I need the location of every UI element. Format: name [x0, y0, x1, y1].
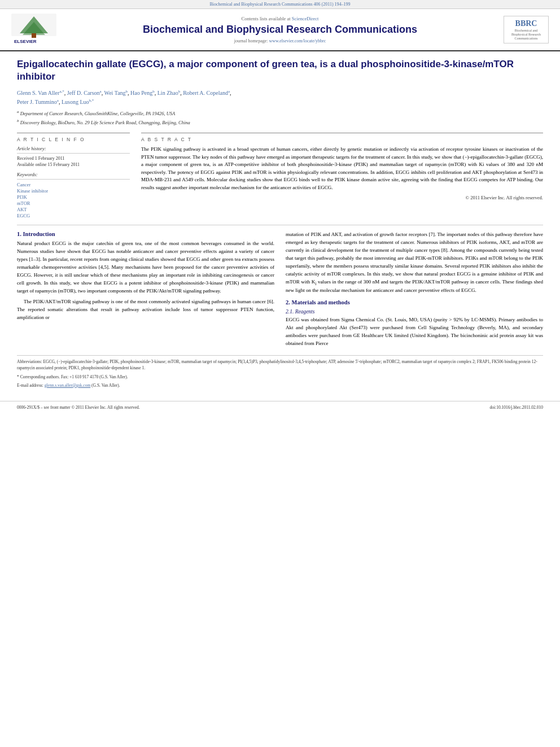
body-col-right: mutation of PI3K and AKT, and activation… — [286, 231, 543, 351]
affiliation-a: a Department of Cancer Research, GlaxoSm… — [17, 110, 543, 117]
elsevier-logo: ELSEVIER — [11, 14, 56, 46]
svg-text:ELSEVIER: ELSEVIER — [14, 39, 37, 44]
article-info-label: A R T I C L E I N F O — [17, 137, 130, 142]
affiliation-b: b Discovery Biology, BioDuro, No. 29 Lif… — [17, 119, 543, 126]
reagents-text: EGCG was obtained from Sigma Chemical Co… — [286, 316, 543, 348]
keyword-akt: AKT — [17, 207, 130, 212]
author-van-aller: Glenn S. Van Aller — [17, 90, 59, 97]
keyword-pi3k: PI3K — [17, 194, 130, 200]
methods-heading: 2. Materials and methods — [286, 299, 543, 305]
journal-top-bar: Biochemical and Biophysical Research Com… — [0, 0, 560, 9]
received-date: Received 1 February 2011 — [17, 156, 130, 161]
journal-homepage: journal homepage: www.elsevier.com/locat… — [65, 38, 495, 43]
issn-copyright: 0006-291X/$ – see front matter © 2011 El… — [17, 405, 140, 410]
main-content: Epigallocatechin gallate (EGCG), a major… — [0, 51, 560, 395]
article-info-column: A R T I C L E I N F O Article history: R… — [17, 133, 130, 219]
journal-header: ELSEVIER Contents lists available at Sci… — [0, 9, 560, 51]
author-tummino: Peter J. Tummino — [17, 99, 57, 105]
article-title: Epigallocatechin gallate (EGCG), a major… — [17, 58, 543, 83]
author-luo: Lusong Luo — [62, 99, 89, 105]
email-line: E-mail address: glenn.s.van.aller@gsk.co… — [17, 382, 543, 388]
keyword-egcg: EGCG — [17, 213, 130, 219]
reagents-subheading: 2.1. Reagents — [286, 309, 543, 314]
abstract-label: A B S T R A C T — [141, 137, 543, 142]
keywords-label: Keywords: — [17, 172, 130, 180]
intro-heading: 1. Introduction — [17, 231, 274, 237]
journal-title-center: Contents lists available at ScienceDirec… — [65, 16, 495, 43]
author-tang: Wei Tang — [104, 90, 126, 97]
abbreviations: Abbreviations: EGCG, (−)-epigallocatechi… — [17, 359, 543, 372]
abstract-text: The PI3K signaling pathway is activated … — [141, 146, 543, 191]
keyword-kinase-inhibitor: Kinase inhibitor — [17, 188, 130, 194]
author-carson: Jeff D. Carson — [67, 90, 100, 97]
body-content: 1. Introduction Natural product EGCG is … — [17, 231, 543, 351]
intro-para-3: mutation of PI3K and AKT, and activation… — [286, 231, 543, 295]
journal-name: Biochemical and Biophysical Research Com… — [65, 24, 495, 36]
keywords-section: Keywords: Cancer Kinase inhibitor PI3K m… — [17, 172, 130, 219]
abstract-column: A B S T R A C T The PI3K signaling pathw… — [141, 133, 543, 219]
email-label: E-mail address: — [17, 383, 43, 388]
reagents-para: EGCG was obtained from Sigma Chemical Co… — [286, 316, 543, 348]
keyword-mtor: mTOR — [17, 200, 130, 206]
doi: doi:10.1016/j.bbrc.2011.02.010 — [489, 405, 543, 410]
intro-text-left: Natural product EGCG is the major catech… — [17, 240, 274, 321]
affiliations: a Department of Cancer Research, GlaxoSm… — [17, 110, 543, 126]
intro-text-right: mutation of PI3K and AKT, and activation… — [286, 231, 543, 295]
article-history-label: Article history: — [17, 146, 130, 154]
section-divider — [17, 225, 543, 225]
authors: Glenn S. Van Allera,*, Jeff D. Carsona, … — [17, 89, 543, 106]
email-link[interactable]: glenn.s.van.aller@gsk.com — [45, 383, 90, 388]
body-col-left: 1. Introduction Natural product EGCG is … — [17, 231, 274, 351]
intro-para-2: The PI3K/AKT/mTOR signaling pathway is o… — [17, 298, 274, 322]
corresponding-author: * Corresponding authors. Fax: +1 610 917… — [17, 374, 543, 380]
bbrc-logo: BBRC Biochemical and Biophysical Researc… — [504, 16, 549, 44]
journal-citation: Biochemical and Biophysical Research Com… — [209, 2, 350, 7]
copyright: © 2011 Elsevier Inc. All rights reserved… — [141, 195, 543, 200]
homepage-link[interactable]: www.elsevier.com/locate/ybbrc — [269, 38, 326, 43]
author-peng: Hao Peng — [130, 90, 152, 97]
author-zhao: Lin Zhao — [158, 90, 178, 97]
intro-para-1: Natural product EGCG is the major catech… — [17, 240, 274, 295]
svg-rect-3 — [32, 33, 36, 38]
email-author-name: (G.S. Van Aller). — [91, 383, 120, 388]
author-copeland: Robert A. Copeland — [183, 90, 228, 97]
contents-available: Contents lists available at ScienceDirec… — [65, 16, 495, 21]
abbreviations-text: EGCG, (−)-epigallocatechin-3-gallate; PI… — [17, 359, 537, 370]
sciencedirect-link[interactable]: ScienceDirect — [292, 16, 319, 21]
footnotes: Abbreviations: EGCG, (−)-epigallocatechi… — [17, 355, 543, 388]
abbreviations-label: Abbreviations: — [17, 359, 42, 364]
keyword-cancer: Cancer — [17, 182, 130, 187]
article-info-abstract: A R T I C L E I N F O Article history: R… — [17, 133, 543, 219]
corresponding-label: * Corresponding authors. Fax: +1 610 917… — [17, 374, 128, 379]
bottom-bar: 0006-291X/$ – see front matter © 2011 El… — [0, 401, 560, 413]
available-online: Available online 15 February 2011 — [17, 162, 130, 167]
